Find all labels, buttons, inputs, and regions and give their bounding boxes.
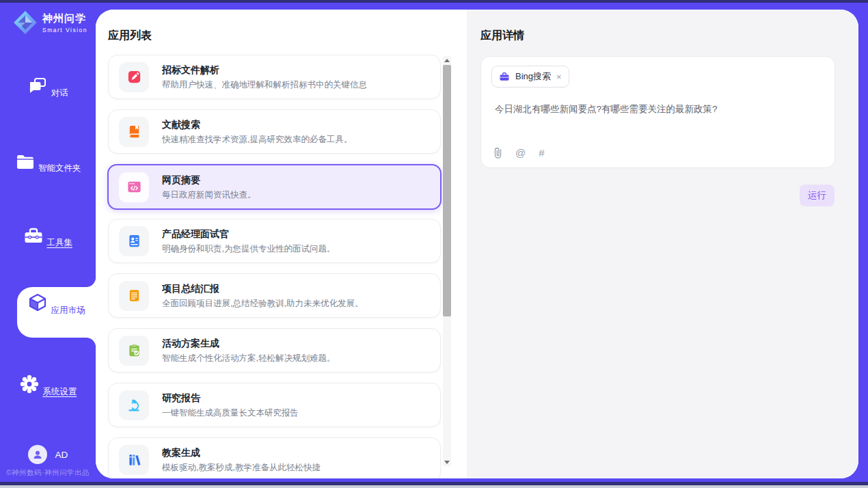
user-profile[interactable]: AD bbox=[0, 445, 96, 464]
web-code-icon bbox=[119, 172, 149, 202]
app-list-title: 应用列表 bbox=[108, 29, 152, 43]
app-desc: 一键智能生成高质量长文本研究报告 bbox=[162, 407, 299, 419]
interviewer-icon bbox=[119, 226, 149, 256]
query-card: Bing搜索 × 今日湖北有哪些新闻要点?有哪些需要关注的最新政策? @ # bbox=[480, 56, 835, 168]
query-text[interactable]: 今日湖北有哪些新闻要点?有哪些需要关注的最新政策? bbox=[495, 103, 821, 116]
bid-edit-icon bbox=[119, 62, 149, 92]
diamond-logo-icon bbox=[12, 10, 38, 36]
report-note-icon bbox=[119, 281, 149, 311]
sidebar-item-label: 应用市场 bbox=[51, 305, 85, 316]
tool-chip-bing-search[interactable]: Bing搜索 × bbox=[491, 66, 569, 87]
sidebar-item-app-market[interactable]: 应用市场 bbox=[17, 287, 96, 338]
app-desc: 全面回顾项目进展,总结经验教训,助力未来优化发展。 bbox=[162, 298, 363, 310]
bottom-edge-bar bbox=[0, 485, 868, 488]
app-title: 网页摘要 bbox=[162, 173, 256, 187]
app-desc: 每日政府新闻资讯快查。 bbox=[162, 189, 256, 201]
app-title: 研究报告 bbox=[162, 391, 299, 405]
app-desc: 模板驱动,教案秒成,教学准备从此轻松快捷 bbox=[162, 462, 321, 474]
clipboard-check-icon bbox=[119, 336, 149, 366]
copyright-text: ©神州数码·神州问学出品 bbox=[0, 468, 96, 478]
scrollbar-thumb[interactable] bbox=[443, 65, 451, 316]
brand-logo: 神州问学 Smart Vision bbox=[12, 10, 87, 36]
top-frame-bar bbox=[0, 0, 868, 3]
app-list: 招标文件解析 帮助用户快速、准确地理解和解析招标书中的关键信息 文献搜索 bbox=[108, 55, 442, 478]
sidebar-item-settings[interactable]: 系统设置 bbox=[0, 374, 96, 398]
app-window: 神州问学 Smart Vision 对话 智能文件夹 bbox=[0, 0, 868, 488]
microscope-icon bbox=[119, 390, 149, 420]
app-title: 招标文件解析 bbox=[162, 63, 367, 77]
sidebar-item-label: 对话 bbox=[51, 87, 68, 99]
app-title: 产品经理面试官 bbox=[162, 227, 335, 241]
sidebar: 神州问学 Smart Vision 对话 智能文件夹 bbox=[0, 3, 96, 482]
user-initials: AD bbox=[55, 450, 68, 460]
app-detail-panel: 应用详情 Bing搜索 × 今日湖北有哪些新闻要点?有哪些需要关注的最新政策? bbox=[467, 10, 858, 478]
app-card-lesson-plan[interactable]: 教案生成 模板驱动,教案秒成,教学准备从此轻松快捷 bbox=[108, 437, 441, 478]
briefcase-icon bbox=[499, 71, 510, 82]
avatar bbox=[28, 445, 47, 464]
scroll-up-arrow[interactable] bbox=[443, 56, 451, 64]
app-card-bid-analysis[interactable]: 招标文件解析 帮助用户快速、准确地理解和解析招标书中的关键信息 bbox=[108, 55, 441, 99]
input-toolbar: @ # bbox=[493, 147, 545, 159]
app-card-web-summary[interactable]: 网页摘要 每日政府新闻资讯快查。 bbox=[107, 164, 442, 210]
app-card-project-summary[interactable]: 项目总结汇报 全面回顾项目进展,总结经验教训,助力未来优化发展。 bbox=[108, 273, 441, 318]
app-desc: 快速精准查找学术资源,提高研究效率的必备工具。 bbox=[162, 134, 352, 146]
cube-icon bbox=[27, 293, 48, 313]
app-detail-title: 应用详情 bbox=[480, 29, 524, 43]
paperclip-icon[interactable] bbox=[493, 147, 502, 159]
app-desc: 明确身份和职责,为您提供专业性的面试问题。 bbox=[162, 243, 335, 255]
sidebar-item-label: 工具集 bbox=[46, 237, 72, 249]
app-title: 活动方案生成 bbox=[162, 336, 335, 351]
run-button[interactable]: 运行 bbox=[800, 185, 835, 206]
app-card-pm-interviewer[interactable]: 产品经理面试官 明确身份和职责,为您提供专业性的面试问题。 bbox=[108, 219, 441, 263]
app-card-research-report[interactable]: 研究报告 一键智能生成高质量长文本研究报告 bbox=[108, 383, 441, 427]
app-card-event-plan[interactable]: 活动方案生成 智能生成个性化活动方案,轻松解决规划难题。 bbox=[108, 328, 441, 372]
content-area: 应用列表 招标文件解析 帮助用户快速、准确地理解和解析招标书中的关键信息 bbox=[96, 10, 858, 478]
brand-name: 神州问学 bbox=[42, 12, 87, 25]
sidebar-item-smart-folder[interactable]: 智能文件夹 bbox=[0, 153, 96, 174]
sidebar-item-label: 智能文件夹 bbox=[38, 163, 81, 174]
brand-subtitle: Smart Vision bbox=[42, 27, 87, 33]
app-desc: 帮助用户快速、准确地理解和解析招标书中的关键信息 bbox=[162, 79, 367, 91]
mention-icon[interactable]: @ bbox=[515, 148, 526, 158]
book-icon bbox=[119, 117, 149, 147]
list-scrollbar[interactable] bbox=[443, 56, 451, 466]
books-icon bbox=[119, 445, 149, 475]
sidebar-item-label: 系统设置 bbox=[42, 386, 77, 398]
app-desc: 智能生成个性化活动方案,轻松解决规划难题。 bbox=[162, 353, 335, 364]
hash-icon[interactable]: # bbox=[539, 148, 544, 158]
chip-close-icon[interactable]: × bbox=[556, 72, 562, 81]
toolbox-icon bbox=[23, 227, 44, 245]
folder-icon bbox=[15, 153, 36, 171]
gear-icon bbox=[19, 374, 40, 394]
app-card-literature-search[interactable]: 文献搜索 快速精准查找学术资源,提高研究效率的必备工具。 bbox=[108, 109, 441, 154]
chat-icon bbox=[27, 77, 48, 96]
person-icon bbox=[31, 448, 44, 461]
app-list-panel: 应用列表 招标文件解析 帮助用户快速、准确地理解和解析招标书中的关键信息 bbox=[96, 10, 467, 478]
chip-label: Bing搜索 bbox=[515, 70, 551, 83]
app-title: 项目总结汇报 bbox=[162, 282, 363, 296]
sidebar-item-chat[interactable]: 对话 bbox=[0, 77, 96, 99]
app-title: 教案生成 bbox=[162, 446, 321, 460]
app-title: 文献搜索 bbox=[162, 118, 352, 132]
scroll-down-arrow[interactable] bbox=[443, 458, 451, 466]
sidebar-item-toolset[interactable]: 工具集 bbox=[0, 227, 96, 249]
